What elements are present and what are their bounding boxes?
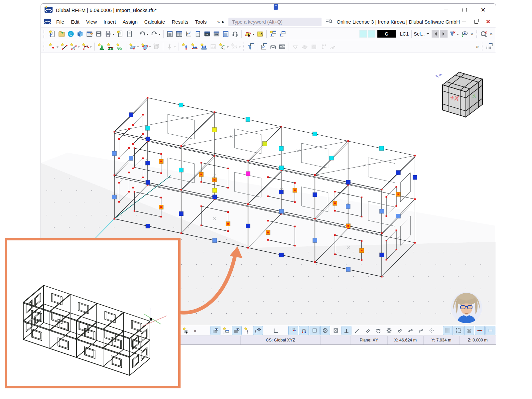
line-selection-toggle[interactable]: [475, 326, 485, 335]
snap-intersections-toggle[interactable]: [331, 326, 341, 335]
deformations-button[interactable]: [269, 42, 277, 51]
visibility-button[interactable]: [278, 29, 287, 39]
menu-item-assign[interactable]: Assign: [119, 18, 141, 26]
load-case-selector[interactable]: Sel...: [411, 30, 431, 38]
toolbar-overflow[interactable]: »: [475, 44, 480, 49]
snap-center-toggle[interactable]: [320, 326, 330, 335]
layers-toggle[interactable]: [464, 326, 474, 335]
color-swatch-1[interactable]: [359, 30, 367, 38]
search-input[interactable]: [231, 19, 319, 25]
new-surface-button[interactable]: [128, 42, 140, 51]
ortho-mode-toggle[interactable]: [271, 326, 281, 335]
new-polyline-button[interactable]: [81, 42, 92, 51]
new-member-button[interactable]: I: [69, 42, 80, 51]
show-work-plane-toggle[interactable]: [253, 326, 263, 335]
dropdown-arrow-icon[interactable]: [149, 47, 151, 49]
edit-parameters-button[interactable]: [244, 29, 255, 39]
display-loads-button[interactable]: [460, 29, 469, 39]
console-button[interactable]: >>_: [203, 29, 211, 39]
search-list-icon[interactable]: [326, 18, 333, 26]
animation-button[interactable]: [278, 42, 287, 51]
menu-overflow[interactable]: »: [216, 19, 221, 25]
snap-lines-toggle[interactable]: [352, 326, 362, 335]
show-grid-toggle[interactable]: [210, 326, 220, 335]
new-member-load-button[interactable]: [190, 42, 199, 51]
dropdown-arrow-icon[interactable]: [90, 47, 92, 49]
visibility-filter-button[interactable]: [246, 42, 255, 51]
dropdown-arrow-icon[interactable]: [252, 34, 254, 36]
menu-item-view[interactable]: View: [83, 18, 100, 26]
snap-endpoints-toggle[interactable]: [310, 326, 320, 335]
manage-configurations-button[interactable]: [221, 29, 230, 39]
tables-button[interactable]: [175, 29, 184, 39]
menu-item-file[interactable]: File: [53, 18, 67, 26]
menu-item-results[interactable]: Results: [168, 18, 192, 26]
menu-item-calculate[interactable]: Calculate: [141, 18, 169, 26]
menu-expand-icon[interactable]: ▶: [221, 20, 225, 24]
dropdown-arrow-icon[interactable]: [159, 34, 161, 36]
clear-search-button[interactable]: [479, 29, 488, 39]
load-case-type-badge[interactable]: G: [377, 30, 396, 38]
show-dense-grid-toggle[interactable]: [443, 326, 453, 335]
new-surface-support-button[interactable]: [115, 42, 124, 51]
snap-points-toggle[interactable]: [427, 326, 437, 335]
toolbar-handle[interactable]: [44, 30, 45, 38]
undo-button[interactable]: [138, 29, 149, 39]
new-printout-report-button[interactable]: [116, 29, 124, 39]
dropdown-arrow-icon[interactable]: [239, 47, 241, 49]
snap-extension-toggle[interactable]: [405, 326, 415, 335]
snap-guideline-toggle[interactable]: [416, 326, 426, 335]
open-file-button[interactable]: [57, 29, 66, 39]
dropdown-arrow-icon[interactable]: [112, 34, 114, 36]
dropdown-arrow-icon[interactable]: [137, 47, 139, 49]
maximize-button[interactable]: [455, 5, 474, 15]
new-line-load-button[interactable]: [200, 42, 208, 51]
close-button[interactable]: ✕: [474, 5, 492, 15]
snap-nearest-toggle[interactable]: [395, 326, 405, 335]
dropdown-arrow-icon[interactable]: [57, 47, 59, 49]
panel-restore-button[interactable]: [472, 18, 480, 26]
new-visibility-button[interactable]: [269, 29, 277, 39]
diagrams-button[interactable]: [184, 29, 193, 39]
snap-grid-points-toggle[interactable]: [288, 326, 298, 335]
navigator-button[interactable]: [166, 29, 174, 39]
panel-button[interactable]: [194, 29, 202, 39]
save-button[interactable]: [94, 29, 103, 39]
script-console-button[interactable]: >sc: [212, 29, 221, 39]
menu-item-edit[interactable]: Edit: [67, 18, 83, 26]
dlubal-center-button[interactable]: C: [66, 29, 75, 39]
dropdown-arrow-icon[interactable]: [147, 34, 149, 36]
selection-extra-toggle[interactable]: [485, 326, 495, 335]
new-nodal-support-button[interactable]: [97, 42, 105, 51]
color-swatch-2[interactable]: [368, 30, 375, 38]
table-window-button[interactable]: [485, 42, 493, 51]
dropdown-arrow-icon[interactable]: [174, 47, 176, 49]
overflow-more-toggle[interactable]: »: [192, 326, 201, 335]
toolbar-overflow[interactable]: »: [488, 31, 494, 37]
support-button[interactable]: [231, 29, 239, 39]
new-work-plane-toggle[interactable]: [242, 326, 252, 335]
dropdown-arrow-icon[interactable]: [78, 47, 80, 49]
selection-window-toggle[interactable]: [454, 326, 464, 335]
snap-tangent-toggle[interactable]: [373, 326, 383, 335]
snap-perpendicular-toggle[interactable]: [341, 326, 351, 335]
edit-values-button[interactable]: +−: [256, 29, 264, 39]
online-models-button[interactable]: [76, 29, 84, 39]
new-grid-toggle[interactable]: [221, 326, 231, 335]
minimize-button[interactable]: [437, 5, 455, 15]
toolbar-handle[interactable]: [44, 43, 45, 51]
printout-report-button[interactable]: [125, 29, 134, 39]
snap-parallel-toggle[interactable]: [363, 326, 373, 335]
object-snap-toggle[interactable]: [299, 326, 309, 335]
panel-close-button[interactable]: ✕: [484, 18, 492, 26]
redo-button[interactable]: [150, 29, 161, 39]
new-node-button[interactable]: [48, 42, 59, 51]
dropdown-arrow-icon[interactable]: [227, 47, 229, 49]
show-snap-grid-toggle[interactable]: [232, 326, 242, 335]
new-solid-button[interactable]: [140, 42, 152, 51]
menu-item-tools[interactable]: Tools: [192, 18, 210, 26]
new-nodal-load-button[interactable]: [181, 42, 190, 51]
previous-load-case-button[interactable]: [432, 30, 439, 38]
new-line-support-button[interactable]: [106, 42, 115, 51]
display-properties-toggle[interactable]: [181, 326, 191, 335]
